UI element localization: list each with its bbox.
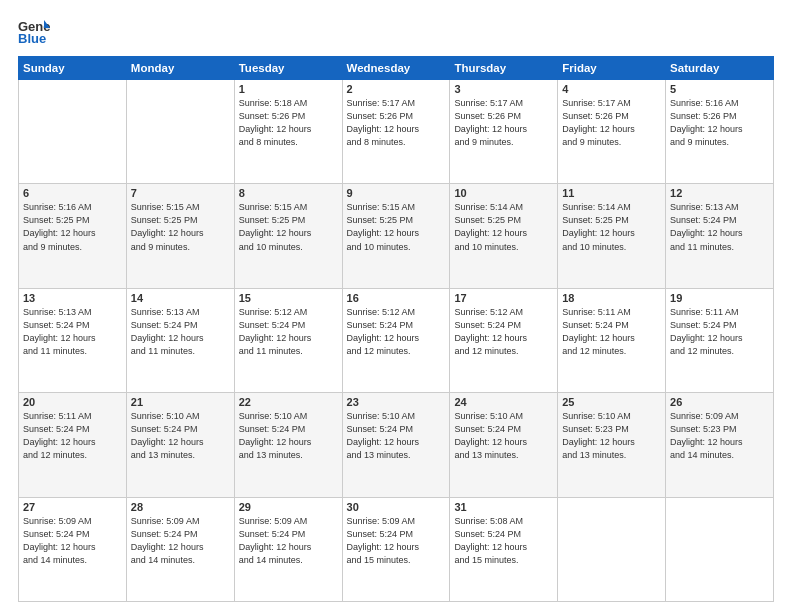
day-cell: 15Sunrise: 5:12 AM Sunset: 5:24 PM Dayli…	[234, 288, 342, 392]
day-number: 18	[562, 292, 661, 304]
day-info: Sunrise: 5:17 AM Sunset: 5:26 PM Dayligh…	[454, 97, 553, 149]
col-header-wednesday: Wednesday	[342, 57, 450, 80]
day-info: Sunrise: 5:14 AM Sunset: 5:25 PM Dayligh…	[562, 201, 661, 253]
col-header-saturday: Saturday	[666, 57, 774, 80]
day-cell: 17Sunrise: 5:12 AM Sunset: 5:24 PM Dayli…	[450, 288, 558, 392]
day-number: 22	[239, 396, 338, 408]
week-row-2: 6Sunrise: 5:16 AM Sunset: 5:25 PM Daylig…	[19, 184, 774, 288]
day-number: 24	[454, 396, 553, 408]
day-info: Sunrise: 5:11 AM Sunset: 5:24 PM Dayligh…	[23, 410, 122, 462]
day-number: 28	[131, 501, 230, 513]
day-number: 30	[347, 501, 446, 513]
day-number: 12	[670, 187, 769, 199]
col-header-thursday: Thursday	[450, 57, 558, 80]
day-info: Sunrise: 5:13 AM Sunset: 5:24 PM Dayligh…	[670, 201, 769, 253]
day-number: 5	[670, 83, 769, 95]
day-info: Sunrise: 5:09 AM Sunset: 5:24 PM Dayligh…	[239, 515, 338, 567]
day-cell	[666, 497, 774, 601]
day-cell	[19, 80, 127, 184]
day-info: Sunrise: 5:15 AM Sunset: 5:25 PM Dayligh…	[239, 201, 338, 253]
day-number: 19	[670, 292, 769, 304]
day-cell: 21Sunrise: 5:10 AM Sunset: 5:24 PM Dayli…	[126, 393, 234, 497]
page: General Blue SundayMondayTuesdayWednesda…	[0, 0, 792, 612]
day-info: Sunrise: 5:12 AM Sunset: 5:24 PM Dayligh…	[347, 306, 446, 358]
day-number: 29	[239, 501, 338, 513]
day-cell: 6Sunrise: 5:16 AM Sunset: 5:25 PM Daylig…	[19, 184, 127, 288]
day-info: Sunrise: 5:18 AM Sunset: 5:26 PM Dayligh…	[239, 97, 338, 149]
day-cell: 13Sunrise: 5:13 AM Sunset: 5:24 PM Dayli…	[19, 288, 127, 392]
day-cell: 9Sunrise: 5:15 AM Sunset: 5:25 PM Daylig…	[342, 184, 450, 288]
day-number: 15	[239, 292, 338, 304]
col-header-friday: Friday	[558, 57, 666, 80]
day-number: 23	[347, 396, 446, 408]
day-cell: 5Sunrise: 5:16 AM Sunset: 5:26 PM Daylig…	[666, 80, 774, 184]
day-number: 8	[239, 187, 338, 199]
day-cell: 29Sunrise: 5:09 AM Sunset: 5:24 PM Dayli…	[234, 497, 342, 601]
day-cell: 7Sunrise: 5:15 AM Sunset: 5:25 PM Daylig…	[126, 184, 234, 288]
day-number: 21	[131, 396, 230, 408]
svg-text:Blue: Blue	[18, 31, 46, 46]
day-info: Sunrise: 5:17 AM Sunset: 5:26 PM Dayligh…	[562, 97, 661, 149]
day-cell: 30Sunrise: 5:09 AM Sunset: 5:24 PM Dayli…	[342, 497, 450, 601]
day-number: 16	[347, 292, 446, 304]
col-header-monday: Monday	[126, 57, 234, 80]
week-row-3: 13Sunrise: 5:13 AM Sunset: 5:24 PM Dayli…	[19, 288, 774, 392]
day-info: Sunrise: 5:10 AM Sunset: 5:24 PM Dayligh…	[454, 410, 553, 462]
day-cell: 2Sunrise: 5:17 AM Sunset: 5:26 PM Daylig…	[342, 80, 450, 184]
day-number: 25	[562, 396, 661, 408]
day-info: Sunrise: 5:09 AM Sunset: 5:24 PM Dayligh…	[347, 515, 446, 567]
day-cell: 28Sunrise: 5:09 AM Sunset: 5:24 PM Dayli…	[126, 497, 234, 601]
day-cell: 31Sunrise: 5:08 AM Sunset: 5:24 PM Dayli…	[450, 497, 558, 601]
day-info: Sunrise: 5:11 AM Sunset: 5:24 PM Dayligh…	[670, 306, 769, 358]
day-info: Sunrise: 5:10 AM Sunset: 5:23 PM Dayligh…	[562, 410, 661, 462]
day-number: 7	[131, 187, 230, 199]
header-row: SundayMondayTuesdayWednesdayThursdayFrid…	[19, 57, 774, 80]
day-cell: 14Sunrise: 5:13 AM Sunset: 5:24 PM Dayli…	[126, 288, 234, 392]
day-number: 6	[23, 187, 122, 199]
day-info: Sunrise: 5:13 AM Sunset: 5:24 PM Dayligh…	[131, 306, 230, 358]
day-cell: 26Sunrise: 5:09 AM Sunset: 5:23 PM Dayli…	[666, 393, 774, 497]
day-number: 1	[239, 83, 338, 95]
day-info: Sunrise: 5:10 AM Sunset: 5:24 PM Dayligh…	[347, 410, 446, 462]
header: General Blue	[18, 18, 774, 46]
day-info: Sunrise: 5:17 AM Sunset: 5:26 PM Dayligh…	[347, 97, 446, 149]
day-info: Sunrise: 5:14 AM Sunset: 5:25 PM Dayligh…	[454, 201, 553, 253]
day-number: 31	[454, 501, 553, 513]
calendar: SundayMondayTuesdayWednesdayThursdayFrid…	[18, 56, 774, 602]
day-number: 14	[131, 292, 230, 304]
day-cell: 19Sunrise: 5:11 AM Sunset: 5:24 PM Dayli…	[666, 288, 774, 392]
day-info: Sunrise: 5:09 AM Sunset: 5:23 PM Dayligh…	[670, 410, 769, 462]
day-info: Sunrise: 5:16 AM Sunset: 5:25 PM Dayligh…	[23, 201, 122, 253]
day-number: 26	[670, 396, 769, 408]
day-cell: 23Sunrise: 5:10 AM Sunset: 5:24 PM Dayli…	[342, 393, 450, 497]
col-header-sunday: Sunday	[19, 57, 127, 80]
day-info: Sunrise: 5:10 AM Sunset: 5:24 PM Dayligh…	[239, 410, 338, 462]
week-row-1: 1Sunrise: 5:18 AM Sunset: 5:26 PM Daylig…	[19, 80, 774, 184]
day-number: 13	[23, 292, 122, 304]
day-cell	[558, 497, 666, 601]
day-number: 11	[562, 187, 661, 199]
day-info: Sunrise: 5:11 AM Sunset: 5:24 PM Dayligh…	[562, 306, 661, 358]
day-number: 20	[23, 396, 122, 408]
day-info: Sunrise: 5:08 AM Sunset: 5:24 PM Dayligh…	[454, 515, 553, 567]
day-cell: 3Sunrise: 5:17 AM Sunset: 5:26 PM Daylig…	[450, 80, 558, 184]
day-number: 3	[454, 83, 553, 95]
week-row-5: 27Sunrise: 5:09 AM Sunset: 5:24 PM Dayli…	[19, 497, 774, 601]
logo-icon: General Blue	[18, 18, 50, 46]
day-cell: 1Sunrise: 5:18 AM Sunset: 5:26 PM Daylig…	[234, 80, 342, 184]
day-cell: 24Sunrise: 5:10 AM Sunset: 5:24 PM Dayli…	[450, 393, 558, 497]
day-cell	[126, 80, 234, 184]
week-row-4: 20Sunrise: 5:11 AM Sunset: 5:24 PM Dayli…	[19, 393, 774, 497]
day-info: Sunrise: 5:15 AM Sunset: 5:25 PM Dayligh…	[131, 201, 230, 253]
day-info: Sunrise: 5:15 AM Sunset: 5:25 PM Dayligh…	[347, 201, 446, 253]
day-info: Sunrise: 5:09 AM Sunset: 5:24 PM Dayligh…	[23, 515, 122, 567]
day-number: 9	[347, 187, 446, 199]
day-cell: 27Sunrise: 5:09 AM Sunset: 5:24 PM Dayli…	[19, 497, 127, 601]
day-cell: 10Sunrise: 5:14 AM Sunset: 5:25 PM Dayli…	[450, 184, 558, 288]
day-cell: 18Sunrise: 5:11 AM Sunset: 5:24 PM Dayli…	[558, 288, 666, 392]
day-cell: 12Sunrise: 5:13 AM Sunset: 5:24 PM Dayli…	[666, 184, 774, 288]
logo: General Blue	[18, 18, 50, 46]
day-cell: 8Sunrise: 5:15 AM Sunset: 5:25 PM Daylig…	[234, 184, 342, 288]
day-cell: 22Sunrise: 5:10 AM Sunset: 5:24 PM Dayli…	[234, 393, 342, 497]
day-cell: 25Sunrise: 5:10 AM Sunset: 5:23 PM Dayli…	[558, 393, 666, 497]
